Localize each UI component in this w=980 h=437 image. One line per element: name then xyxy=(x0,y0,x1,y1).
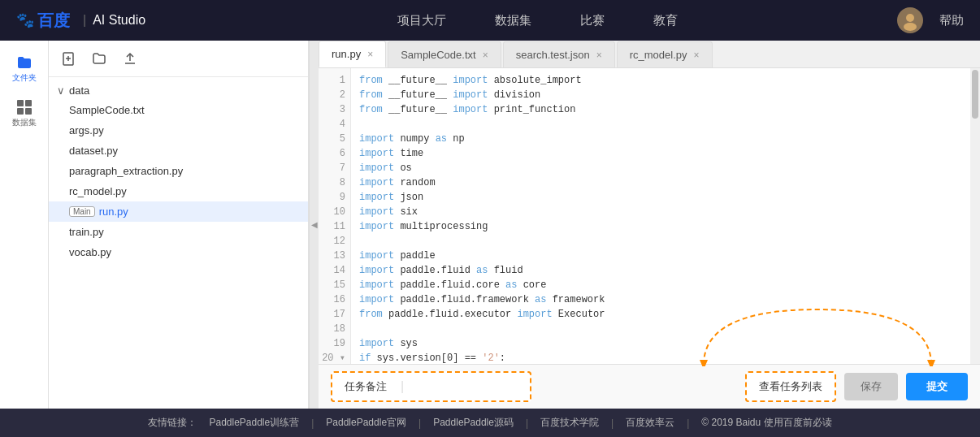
list-item[interactable]: train.py xyxy=(49,222,308,242)
file-toolbar xyxy=(49,41,308,77)
list-item-active[interactable]: Main run.py xyxy=(49,201,308,222)
tab-close-button[interactable]: × xyxy=(694,50,700,61)
svg-point-2 xyxy=(904,23,917,31)
tab-label: run.py xyxy=(332,48,361,60)
list-item[interactable]: vocab.py xyxy=(49,242,308,262)
svg-rect-3 xyxy=(17,100,24,106)
tab-label: SampleCode.txt xyxy=(401,49,476,61)
task-input-group: 任务备注 | 基线 xyxy=(331,371,531,402)
top-navigation: 🐾 百度 | AI Studio 项目大厅 数据集 比赛 教育 帮助 xyxy=(0,0,980,41)
input-separator: | xyxy=(399,379,405,394)
baidu-logo: 百度 xyxy=(37,10,70,32)
tab-close-button[interactable]: × xyxy=(596,50,602,61)
folder-name: data xyxy=(69,84,89,97)
sidebar-files-label: 文件夹 xyxy=(12,72,37,84)
logo-area: 🐾 百度 | AI Studio xyxy=(16,10,145,32)
editor-scrollbar[interactable] xyxy=(970,68,980,364)
sidebar-item-datasets[interactable]: 数据集 xyxy=(4,93,45,134)
list-item[interactable]: dataset.py xyxy=(49,141,308,161)
grid-icon xyxy=(16,99,33,115)
avatar[interactable] xyxy=(897,7,923,33)
editor-tabs: run.py × SampleCode.txt × search.test.js… xyxy=(319,41,980,68)
list-item[interactable]: paragraph_extraction.py xyxy=(49,161,308,181)
new-folder-button[interactable] xyxy=(88,47,111,70)
main-badge: Main xyxy=(69,206,95,217)
footer-copyright: © 2019 Baidu 使用百度前必读 xyxy=(701,416,831,430)
filename: paragraph_extraction.py xyxy=(69,165,183,177)
new-file-button[interactable] xyxy=(57,47,80,70)
tab-rc-model[interactable]: rc_model.py × xyxy=(617,41,713,67)
list-item[interactable]: args.py xyxy=(49,120,308,141)
footer-prefix: 友情链接： xyxy=(148,416,197,430)
filename: vocab.py xyxy=(69,246,111,258)
svg-rect-5 xyxy=(17,108,24,115)
panel-collapse-arrow[interactable]: ◀ xyxy=(309,41,319,409)
nav-datasets[interactable]: 数据集 xyxy=(495,13,531,28)
svg-rect-6 xyxy=(25,108,32,115)
code-editor: 12345 678910 1112131415 1617181920 ▾ 212… xyxy=(319,68,980,364)
sidebar-datasets-label: 数据集 xyxy=(12,117,37,128)
footer-link-paddlecamp[interactable]: PaddlePaddle训练营 xyxy=(209,416,299,430)
svg-rect-4 xyxy=(25,100,32,106)
list-item[interactable]: SampleCode.txt xyxy=(49,100,308,120)
list-item[interactable]: rc_model.py xyxy=(49,181,308,201)
filename: rc_model.py xyxy=(69,185,127,197)
filename: run.py xyxy=(99,206,128,218)
nav-right: 帮助 xyxy=(897,7,964,33)
task-label[interactable]: 任务备注 xyxy=(332,373,399,400)
tab-search-test[interactable]: search.test.json × xyxy=(503,41,615,67)
bottom-toolbar: 任务备注 | 基线 查看任务列表 保存 提交 xyxy=(319,364,980,409)
logo-separator: | xyxy=(83,13,86,28)
submit-button[interactable]: 提交 xyxy=(906,373,968,400)
main-content: 文件夹 数据集 xyxy=(0,41,980,409)
folder-icon xyxy=(16,54,33,71)
sidebar: 文件夹 数据集 xyxy=(0,41,49,409)
help-link[interactable]: 帮助 xyxy=(939,13,964,28)
nav-links: 项目大厅 数据集 比赛 教育 xyxy=(178,13,897,28)
task-list-button[interactable]: 查看任务列表 xyxy=(745,371,836,402)
file-tree: ∨ data SampleCode.txt args.py dataset.py… xyxy=(49,77,308,409)
filename: args.py xyxy=(69,124,104,136)
footer: 友情链接： PaddlePaddle训练营 | PaddlePaddle官网 |… xyxy=(0,409,980,437)
footer-link-techacademy[interactable]: 百度技术学院 xyxy=(540,416,599,430)
nav-education[interactable]: 教育 xyxy=(653,13,678,28)
nav-projects[interactable]: 项目大厅 xyxy=(397,13,446,28)
tab-run-py[interactable]: run.py × xyxy=(319,41,386,67)
footer-link-paddleofficial[interactable]: PaddlePaddle官网 xyxy=(326,416,406,430)
chevron-down-icon: ∨ xyxy=(57,84,65,97)
svg-point-1 xyxy=(906,14,914,22)
tab-close-button[interactable]: × xyxy=(367,49,373,60)
tab-label: search.test.json xyxy=(516,49,590,61)
tab-samplecode[interactable]: SampleCode.txt × xyxy=(388,41,501,67)
tab-close-button[interactable]: × xyxy=(483,50,488,61)
baseline-input[interactable] xyxy=(405,374,531,400)
folder-data[interactable]: ∨ data xyxy=(49,81,308,100)
footer-link-paddlesource[interactable]: PaddlePaddle源码 xyxy=(433,416,514,430)
line-numbers: 12345 678910 1112131415 1617181920 ▾ 212… xyxy=(319,68,351,364)
save-button[interactable]: 保存 xyxy=(844,373,898,400)
upload-button[interactable] xyxy=(119,47,141,70)
file-panel: ∨ data SampleCode.txt args.py dataset.py… xyxy=(49,41,309,409)
scrollbar-thumb xyxy=(972,70,978,119)
tab-label: rc_model.py xyxy=(630,49,687,61)
sidebar-item-files[interactable]: 文件夹 xyxy=(4,49,45,89)
filename: train.py xyxy=(69,226,104,238)
editor-area: run.py × SampleCode.txt × search.test.js… xyxy=(319,41,980,409)
filename: dataset.py xyxy=(69,145,118,157)
arrow-left-icon: ◀ xyxy=(311,220,318,229)
footer-link-efficiency[interactable]: 百度效率云 xyxy=(626,416,674,430)
aistudio-label: AI Studio xyxy=(93,13,145,28)
code-content[interactable]: from __future__ import absolute_import f… xyxy=(351,68,970,364)
logo-paw-icon: 🐾 xyxy=(16,11,34,29)
nav-competition[interactable]: 比赛 xyxy=(580,13,605,28)
filename: SampleCode.txt xyxy=(69,104,145,116)
